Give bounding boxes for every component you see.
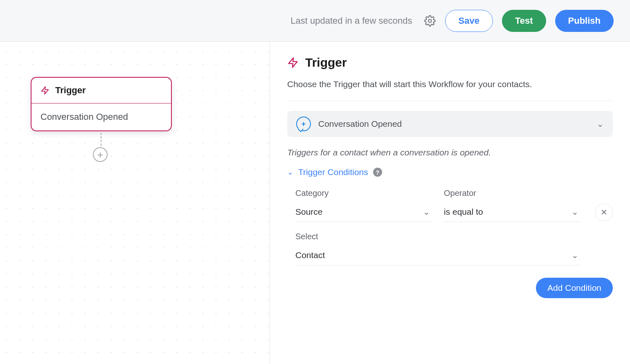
operator-label: Operator (444, 189, 580, 198)
gear-icon (424, 15, 436, 27)
remove-condition-button[interactable]: ✕ (595, 203, 613, 221)
close-icon: ✕ (601, 207, 608, 217)
settings-button[interactable] (424, 15, 436, 27)
plus-icon: ＋ (95, 148, 105, 161)
category-select[interactable]: Source ⌄ (295, 204, 432, 222)
select-value: Contact (295, 250, 325, 260)
last-updated-text: Last updated in a few seconds (290, 16, 412, 26)
help-icon[interactable]: ? (373, 168, 382, 177)
chevron-down-icon: ⌄ (572, 207, 578, 217)
panel-description: Choose the Trigger that will start this … (287, 79, 613, 101)
add-node-button[interactable]: ＋ (93, 147, 108, 162)
trigger-node-title: Trigger (55, 85, 86, 96)
bolt-icon (40, 86, 50, 95)
condition-block: Category Source ⌄ Operator is equal to ⌄ (287, 189, 613, 265)
trigger-type-value: Conversation Opened (318, 119, 590, 129)
conversation-icon: + (296, 117, 311, 131)
trigger-conditions-title: Trigger Conditions (298, 167, 368, 177)
category-label: Category (295, 189, 432, 198)
topbar: Last updated in a few seconds Save Test … (0, 0, 630, 42)
chevron-down-icon: ⌄ (597, 119, 604, 129)
select-label: Select (295, 232, 580, 241)
category-value: Source (295, 207, 323, 217)
chevron-down-icon: ⌄ (287, 168, 293, 177)
trigger-node-value: Conversation Opened (32, 103, 171, 130)
trigger-type-select[interactable]: + Conversation Opened ⌄ (287, 111, 613, 137)
publish-button[interactable]: Publish (555, 10, 614, 32)
panel-title: Trigger (305, 56, 347, 70)
test-button[interactable]: Test (502, 10, 546, 32)
trigger-conditions-toggle[interactable]: ⌄ Trigger Conditions ? (287, 167, 613, 177)
save-button[interactable]: Save (445, 10, 493, 32)
chevron-down-icon: ⌄ (423, 207, 430, 217)
chevron-down-icon: ⌄ (572, 250, 578, 260)
trigger-node-header: Trigger (32, 78, 171, 103)
svg-marker-1 (42, 87, 49, 94)
svg-marker-2 (289, 58, 297, 67)
trigger-hint: Triggers for a contact when a conversati… (287, 148, 613, 157)
workflow-canvas[interactable]: Trigger Conversation Opened ＋ (0, 42, 270, 364)
operator-value: is equal to (444, 207, 483, 217)
trigger-node[interactable]: Trigger Conversation Opened (31, 77, 172, 131)
value-select[interactable]: Contact ⌄ (295, 247, 580, 265)
svg-point-0 (428, 19, 431, 22)
bolt-icon (287, 57, 299, 68)
operator-select[interactable]: is equal to ⌄ (444, 204, 580, 222)
add-condition-button[interactable]: Add Condition (536, 278, 613, 298)
trigger-panel: Trigger Choose the Trigger that will sta… (270, 42, 630, 364)
